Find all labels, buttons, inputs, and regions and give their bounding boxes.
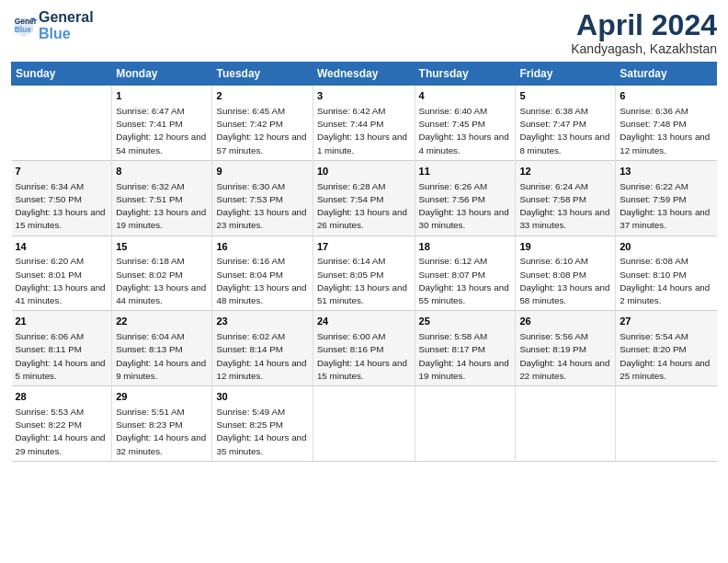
day-info: Sunrise: 6:00 AMSunset: 8:16 PMDaylight:… [317, 331, 407, 381]
table-row: 22 Sunrise: 6:04 AMSunset: 8:13 PMDaylig… [112, 311, 212, 386]
table-row: 2 Sunrise: 6:45 AMSunset: 7:42 PMDayligh… [212, 86, 313, 161]
day-number: 16 [216, 240, 308, 254]
table-row: 23 Sunrise: 6:02 AMSunset: 8:14 PMDaylig… [212, 311, 313, 386]
table-row: 21 Sunrise: 6:06 AMSunset: 8:11 PMDaylig… [12, 311, 112, 386]
day-number: 12 [519, 165, 611, 178]
day-number: 11 [419, 165, 512, 178]
day-info: Sunrise: 6:34 AMSunset: 7:50 PMDaylight:… [16, 181, 106, 231]
table-row: 20 Sunrise: 6:08 AMSunset: 8:10 PMDaylig… [616, 236, 717, 311]
day-number: 30 [216, 390, 308, 404]
day-info: Sunrise: 6:20 AMSunset: 8:01 PMDaylight:… [16, 256, 106, 305]
table-row: 28 Sunrise: 5:53 AMSunset: 8:22 PMDaylig… [12, 386, 112, 462]
calendar-table: Sunday Monday Tuesday Wednesday Thursday… [11, 62, 717, 462]
table-row: 3 Sunrise: 6:42 AMSunset: 7:44 PMDayligh… [313, 86, 415, 161]
day-info: Sunrise: 5:51 AMSunset: 8:23 PMDaylight:… [116, 407, 206, 456]
day-info: Sunrise: 6:02 AMSunset: 8:14 PMDaylight:… [216, 331, 306, 381]
month-title: April 2024 [571, 9, 717, 41]
col-friday: Friday [516, 63, 616, 86]
calendar-week-row: 14 Sunrise: 6:20 AMSunset: 8:01 PMDaylig… [12, 236, 717, 311]
day-number: 13 [620, 165, 712, 178]
logo-text-blue: Blue [39, 26, 94, 42]
calendar-week-row: 21 Sunrise: 6:06 AMSunset: 8:11 PMDaylig… [12, 311, 717, 386]
table-row: 11 Sunrise: 6:26 AMSunset: 7:56 PMDaylig… [415, 160, 516, 236]
day-number: 20 [620, 240, 712, 254]
day-info: Sunrise: 6:08 AMSunset: 8:10 PMDaylight:… [620, 256, 710, 305]
day-number: 23 [216, 315, 308, 328]
table-row: 29 Sunrise: 5:51 AMSunset: 8:23 PMDaylig… [112, 386, 212, 462]
day-number: 5 [519, 89, 611, 103]
day-number: 21 [16, 315, 108, 328]
table-row: 14 Sunrise: 6:20 AMSunset: 8:01 PMDaylig… [12, 236, 112, 311]
svg-text:Blue: Blue [15, 25, 31, 34]
day-number: 18 [419, 240, 512, 254]
col-saturday: Saturday [616, 63, 717, 86]
table-row: 27 Sunrise: 5:54 AMSunset: 8:20 PMDaylig… [616, 311, 717, 386]
day-info: Sunrise: 6:16 AMSunset: 8:04 PMDaylight:… [216, 256, 306, 305]
table-row: 13 Sunrise: 6:22 AMSunset: 7:59 PMDaylig… [616, 160, 717, 236]
day-number: 1 [116, 89, 208, 103]
day-info: Sunrise: 6:36 AMSunset: 7:48 PMDaylight:… [620, 106, 710, 155]
day-number: 19 [519, 240, 611, 254]
day-info: Sunrise: 5:58 AMSunset: 8:17 PMDaylight:… [419, 331, 509, 381]
day-info: Sunrise: 6:18 AMSunset: 8:02 PMDaylight:… [116, 256, 206, 305]
day-number: 29 [116, 390, 208, 404]
table-row: 10 Sunrise: 6:28 AMSunset: 7:54 PMDaylig… [313, 160, 415, 236]
table-row: 19 Sunrise: 6:10 AMSunset: 8:08 PMDaylig… [516, 236, 616, 311]
day-number: 26 [519, 315, 611, 328]
day-info: Sunrise: 6:06 AMSunset: 8:11 PMDaylight:… [16, 331, 106, 381]
table-row: 9 Sunrise: 6:30 AMSunset: 7:53 PMDayligh… [212, 160, 313, 236]
day-number: 15 [116, 240, 208, 254]
table-row: 15 Sunrise: 6:18 AMSunset: 8:02 PMDaylig… [112, 236, 212, 311]
title-block: April 2024 Kandyagash, Kazakhstan [571, 9, 717, 56]
col-tuesday: Tuesday [212, 63, 313, 86]
table-row: 8 Sunrise: 6:32 AMSunset: 7:51 PMDayligh… [112, 160, 212, 236]
table-row: 24 Sunrise: 6:00 AMSunset: 8:16 PMDaylig… [313, 311, 415, 386]
logo-icon: General Blue [11, 13, 37, 39]
day-number: 27 [620, 315, 712, 328]
day-info: Sunrise: 6:38 AMSunset: 7:47 PMDaylight:… [519, 106, 609, 155]
col-wednesday: Wednesday [313, 63, 415, 86]
logo-text: General [39, 9, 94, 26]
day-number: 6 [620, 89, 712, 103]
table-row: 4 Sunrise: 6:40 AMSunset: 7:45 PMDayligh… [415, 86, 516, 161]
table-row: 7 Sunrise: 6:34 AMSunset: 7:50 PMDayligh… [12, 160, 112, 236]
day-info: Sunrise: 6:30 AMSunset: 7:53 PMDaylight:… [216, 181, 306, 231]
day-info: Sunrise: 6:47 AMSunset: 7:41 PMDaylight:… [116, 106, 206, 155]
day-info: Sunrise: 6:42 AMSunset: 7:44 PMDaylight:… [317, 106, 407, 155]
day-info: Sunrise: 5:54 AMSunset: 8:20 PMDaylight:… [620, 331, 710, 381]
table-row [313, 386, 415, 462]
calendar-week-row: 7 Sunrise: 6:34 AMSunset: 7:50 PMDayligh… [12, 160, 717, 236]
table-row: 30 Sunrise: 5:49 AMSunset: 8:25 PMDaylig… [212, 386, 313, 462]
day-info: Sunrise: 6:26 AMSunset: 7:56 PMDaylight:… [419, 181, 509, 231]
table-row: 5 Sunrise: 6:38 AMSunset: 7:47 PMDayligh… [516, 86, 616, 161]
col-thursday: Thursday [415, 63, 516, 86]
day-number: 9 [216, 165, 308, 178]
day-info: Sunrise: 6:45 AMSunset: 7:42 PMDaylight:… [216, 106, 306, 155]
table-row [12, 86, 112, 161]
table-row: 17 Sunrise: 6:14 AMSunset: 8:05 PMDaylig… [313, 236, 415, 311]
day-number: 28 [16, 390, 108, 404]
day-number: 7 [16, 165, 108, 178]
page-container: General Blue General Blue April 2024 Kan… [0, 0, 728, 469]
day-info: Sunrise: 6:24 AMSunset: 7:58 PMDaylight:… [519, 181, 609, 231]
day-number: 4 [419, 89, 512, 103]
table-row [616, 386, 717, 462]
day-info: Sunrise: 6:22 AMSunset: 7:59 PMDaylight:… [620, 181, 710, 231]
day-info: Sunrise: 6:32 AMSunset: 7:51 PMDaylight:… [116, 181, 206, 231]
day-info: Sunrise: 6:40 AMSunset: 7:45 PMDaylight:… [419, 106, 509, 155]
col-sunday: Sunday [12, 63, 112, 86]
day-info: Sunrise: 5:56 AMSunset: 8:19 PMDaylight:… [519, 331, 609, 381]
day-info: Sunrise: 6:10 AMSunset: 8:08 PMDaylight:… [519, 256, 609, 305]
day-number: 10 [317, 165, 411, 178]
day-number: 3 [317, 89, 411, 103]
table-row: 16 Sunrise: 6:16 AMSunset: 8:04 PMDaylig… [212, 236, 313, 311]
table-row: 25 Sunrise: 5:58 AMSunset: 8:17 PMDaylig… [415, 311, 516, 386]
table-row [516, 386, 616, 462]
table-row: 6 Sunrise: 6:36 AMSunset: 7:48 PMDayligh… [616, 86, 717, 161]
table-row: 18 Sunrise: 6:12 AMSunset: 8:07 PMDaylig… [415, 236, 516, 311]
day-number: 22 [116, 315, 208, 328]
calendar-week-row: 1 Sunrise: 6:47 AMSunset: 7:41 PMDayligh… [12, 86, 717, 161]
day-info: Sunrise: 6:14 AMSunset: 8:05 PMDaylight:… [317, 256, 407, 305]
day-number: 2 [216, 89, 308, 103]
logo: General Blue General Blue [11, 9, 94, 41]
